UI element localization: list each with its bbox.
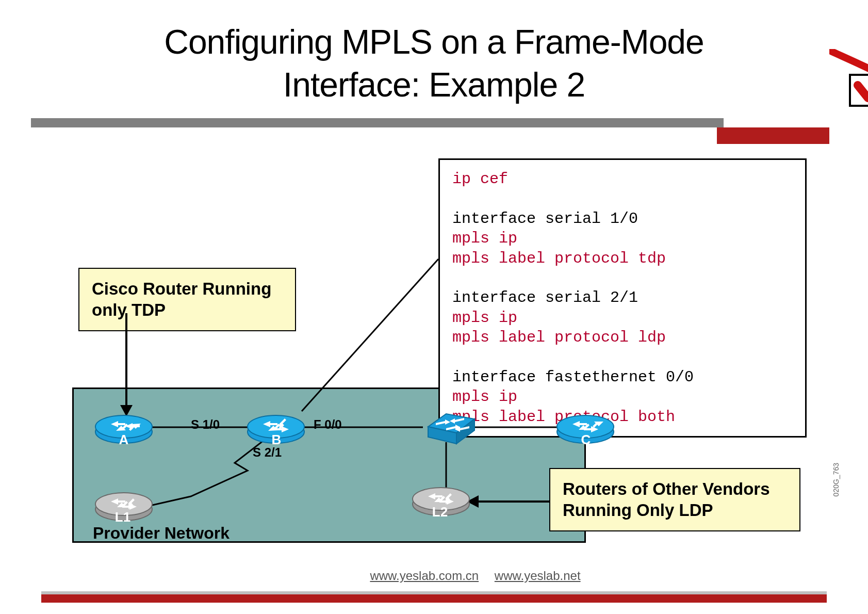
device-B: B bbox=[256, 432, 297, 448]
title-line-2: Interface: Example 2 bbox=[283, 66, 585, 104]
config-panel: ip cef interface serial 1/0 mpls ip mpls… bbox=[438, 158, 807, 438]
footer-links: www.yeslab.com.cn www.yeslab.net bbox=[41, 569, 868, 583]
cfg-iface2: interface serial 2/1 bbox=[452, 288, 793, 308]
footer-link-1[interactable]: www.yeslab.com.cn bbox=[370, 569, 479, 583]
device-L1: L1 bbox=[102, 509, 143, 525]
cfg-proto2: mpls label protocol ldp bbox=[452, 328, 793, 347]
image-code: 020G_763 bbox=[832, 463, 840, 496]
header-divider bbox=[31, 118, 724, 127]
provider-label: Provider Network bbox=[93, 524, 230, 543]
device-L2: L2 bbox=[419, 504, 461, 520]
diagram: ip cef interface serial 1/0 mpls ip mpls… bbox=[41, 158, 827, 545]
cfg-proto1: mpls label protocol tdp bbox=[452, 249, 793, 268]
callout-tdp: Cisco Router Running only TDP bbox=[78, 268, 296, 331]
logo-accent-block bbox=[717, 127, 829, 144]
callout-ldp: Routers of Other Vendors Running Only LD… bbox=[549, 468, 800, 531]
footer-bar bbox=[41, 588, 827, 600]
cfg-mpls1: mpls ip bbox=[452, 229, 793, 248]
cfg-iface1: interface serial 1/0 bbox=[452, 209, 793, 229]
port-s10: S 1/0 bbox=[191, 417, 220, 432]
footer-link-2[interactable]: www.yeslab.net bbox=[495, 569, 581, 583]
cfg-mpls3: mpls ip bbox=[452, 387, 793, 407]
cfg-proto3: mpls label protocol both bbox=[452, 407, 793, 427]
svg-rect-0 bbox=[850, 75, 868, 106]
device-A: A bbox=[103, 432, 144, 448]
cfg-ipcef: ip cef bbox=[452, 169, 793, 189]
device-C: C bbox=[565, 432, 607, 448]
slide-title: Configuring MPLS on a Frame-Mode Interfa… bbox=[41, 21, 827, 106]
port-f00: F 0/0 bbox=[314, 417, 342, 432]
cfg-iface3: interface fastethernet 0/0 bbox=[452, 367, 793, 387]
title-line-1: Configuring MPLS on a Frame-Mode bbox=[164, 23, 704, 61]
cfg-mpls2: mpls ip bbox=[452, 308, 793, 328]
